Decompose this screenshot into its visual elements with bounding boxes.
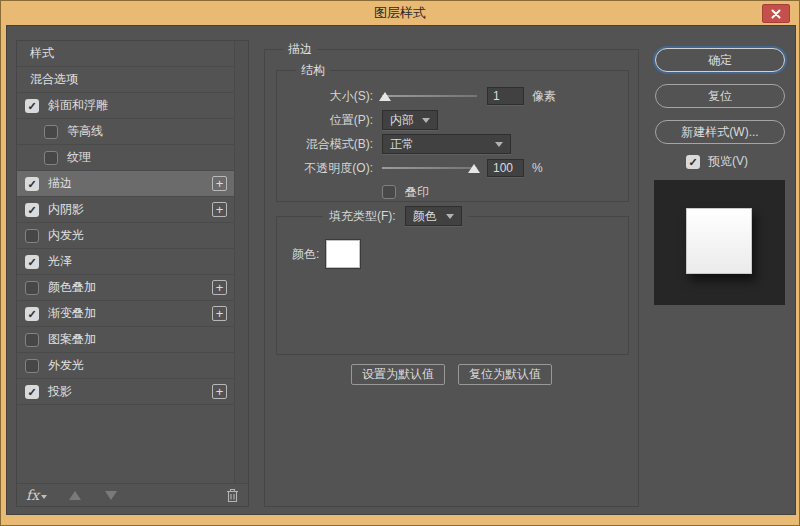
stroke-color-swatch[interactable] <box>326 240 360 268</box>
overprint-checkbox[interactable] <box>382 185 396 199</box>
sidebar-item-pattern-overlay[interactable]: 图案叠加 <box>17 327 234 353</box>
sidebar-item-label: 内阴影 <box>48 201 84 218</box>
checkbox-checked[interactable]: ✓ <box>25 177 39 191</box>
blend-mode-dropdown[interactable]: 正常 <box>382 134 511 154</box>
add-effect-button[interactable]: + <box>212 202 227 217</box>
window-title: 图层样式 <box>1 1 799 25</box>
fill-type-dropdown[interactable]: 颜色 <box>405 206 462 226</box>
panel-title: 描边 <box>283 41 317 58</box>
structure-legend: 结构 <box>296 62 330 79</box>
sidebar-item-bevel-emboss[interactable]: ✓ 斜面和浮雕 <box>17 93 234 119</box>
check-icon: ✓ <box>27 204 36 216</box>
sidebar-item-inner-shadow[interactable]: ✓ 内阴影 + <box>17 197 234 223</box>
set-default-button[interactable]: 设置为默认值 <box>351 364 445 385</box>
sidebar-item-styles[interactable]: 样式 <box>17 41 234 67</box>
sidebar-item-stroke[interactable]: ✓ 描边 + <box>17 171 234 197</box>
size-input[interactable] <box>487 87 524 105</box>
sidebar-item-label: 纹理 <box>67 149 91 166</box>
default-buttons-row: 设置为默认值 复位为默认值 <box>265 364 638 385</box>
preview-checkbox[interactable]: ✓ <box>686 155 700 169</box>
style-preview-thumbnail <box>654 180 785 305</box>
trash-icon <box>226 488 239 503</box>
preview-square <box>686 208 752 274</box>
styles-sidebar: 样式 混合选项 ✓ 斜面和浮雕 等高线 纹理 <box>16 40 249 507</box>
sidebar-item-inner-glow[interactable]: 内发光 <box>17 223 234 249</box>
reset-button[interactable]: 复位 <box>655 84 785 108</box>
reset-default-button[interactable]: 复位为默认值 <box>458 364 552 385</box>
add-effect-button[interactable]: + <box>212 280 227 295</box>
size-row: 大小(S): 像素 <box>277 84 628 108</box>
fill-type-label: 填充类型(F): <box>329 208 396 225</box>
close-button[interactable] <box>762 4 790 23</box>
add-effect-button[interactable]: + <box>212 306 227 321</box>
position-row: 位置(P): 内部 <box>277 108 628 132</box>
titlebar[interactable]: 图层样式 <box>1 1 799 25</box>
opacity-slider-thumb[interactable] <box>468 164 480 173</box>
layer-style-dialog: 图层样式 样式 混合选项 ✓ 斜面和浮雕 <box>0 0 800 526</box>
delete-effect-button[interactable] <box>226 488 239 503</box>
sidebar-scrollbar[interactable] <box>234 41 248 483</box>
checkbox-unchecked[interactable] <box>25 229 39 243</box>
dialog-content: 样式 混合选项 ✓ 斜面和浮雕 等高线 纹理 <box>6 25 796 515</box>
sidebar-item-label: 颜色叠加 <box>48 279 96 296</box>
checkbox-checked[interactable]: ✓ <box>25 203 39 217</box>
sidebar-item-color-overlay[interactable]: 颜色叠加 + <box>17 275 234 301</box>
fx-menu-button[interactable]: fx <box>26 487 47 503</box>
ok-button[interactable]: 确定 <box>655 48 785 72</box>
color-label: 颜色: <box>292 246 319 263</box>
overprint-label: 叠印 <box>405 184 429 201</box>
sidebar-item-label: 等高线 <box>67 123 103 140</box>
sidebar-item-texture[interactable]: 纹理 <box>17 145 234 171</box>
checkbox-unchecked[interactable] <box>44 125 58 139</box>
stroke-settings-panel: 描边 结构 大小(S): 像素 位置(P): 内部 <box>264 49 639 507</box>
sidebar-item-label: 斜面和浮雕 <box>48 97 108 114</box>
sidebar-item-gradient-overlay[interactable]: ✓ 渐变叠加 + <box>17 301 234 327</box>
checkbox-checked[interactable]: ✓ <box>25 99 39 113</box>
sidebar-item-satin[interactable]: ✓ 光泽 <box>17 249 234 275</box>
sidebar-item-label: 混合选项 <box>30 71 78 88</box>
new-style-button[interactable]: 新建样式(W)... <box>655 120 785 144</box>
checkbox-checked[interactable]: ✓ <box>25 385 39 399</box>
size-slider-thumb[interactable] <box>379 92 391 101</box>
move-effect-up-button[interactable] <box>69 491 81 500</box>
checkbox-checked[interactable]: ✓ <box>25 255 39 269</box>
fill-type-row: 填充类型(F): 颜色 <box>323 206 468 226</box>
blend-mode-label: 混合模式(B): <box>277 136 373 153</box>
checkbox-checked[interactable]: ✓ <box>25 307 39 321</box>
blend-mode-value: 正常 <box>390 136 414 153</box>
sidebar-item-blending-options[interactable]: 混合选项 <box>17 67 234 93</box>
color-row: 颜色: <box>292 240 360 268</box>
sidebar-toolbar: fx <box>17 483 248 506</box>
check-icon: ✓ <box>27 308 36 320</box>
position-dropdown[interactable]: 内部 <box>382 110 438 130</box>
add-effect-button[interactable]: + <box>212 384 227 399</box>
chevron-down-icon <box>446 214 454 219</box>
preview-toggle[interactable]: ✓ 预览(V) <box>686 153 748 170</box>
checkbox-unchecked[interactable] <box>44 151 58 165</box>
fill-type-group: 填充类型(F): 颜色 颜色: <box>276 216 629 355</box>
checkbox-unchecked[interactable] <box>25 359 39 373</box>
sidebar-item-label: 图案叠加 <box>48 331 96 348</box>
structure-group: 结构 大小(S): 像素 位置(P): 内部 <box>276 70 629 202</box>
check-icon: ✓ <box>27 256 36 268</box>
preview-label: 预览(V) <box>708 153 748 170</box>
sidebar-item-label: 外发光 <box>48 357 84 374</box>
size-unit: 像素 <box>532 88 556 105</box>
position-value: 内部 <box>390 112 414 129</box>
sidebar-item-drop-shadow[interactable]: ✓ 投影 + <box>17 379 234 405</box>
sidebar-item-label: 渐变叠加 <box>48 305 96 322</box>
sidebar-item-label: 光泽 <box>48 253 72 270</box>
sidebar-item-label: 描边 <box>48 175 72 192</box>
move-effect-down-button[interactable] <box>105 491 117 500</box>
checkbox-unchecked[interactable] <box>25 281 39 295</box>
add-effect-button[interactable]: + <box>212 176 227 191</box>
sidebar-item-outer-glow[interactable]: 外发光 <box>17 353 234 379</box>
opacity-input[interactable] <box>487 159 524 177</box>
checkbox-unchecked[interactable] <box>25 333 39 347</box>
sidebar-item-contour[interactable]: 等高线 <box>17 119 234 145</box>
size-slider[interactable] <box>382 95 477 97</box>
sidebar-item-label: 内发光 <box>48 227 84 244</box>
opacity-slider[interactable] <box>382 167 477 169</box>
chevron-down-icon <box>422 118 430 123</box>
position-label: 位置(P): <box>277 112 373 129</box>
